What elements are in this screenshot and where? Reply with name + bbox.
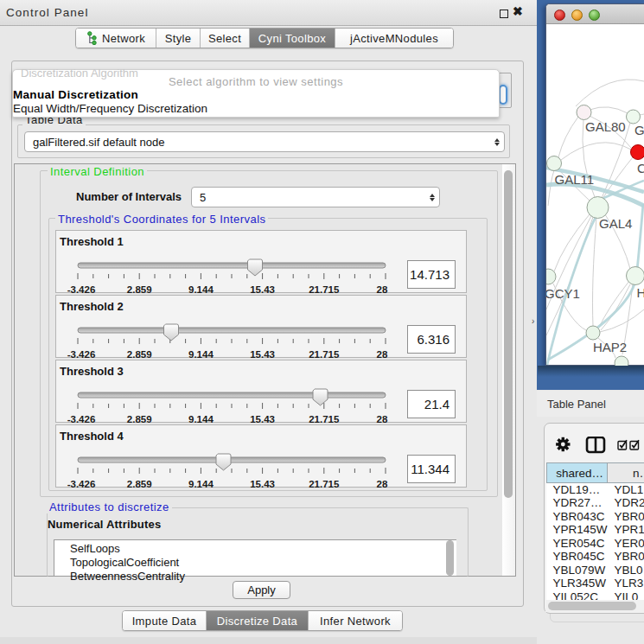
svg-text:-3.426: -3.426 [67, 349, 96, 360]
svg-text:GCY1: GCY1 [546, 286, 580, 301]
svg-text:GAL80: GAL80 [585, 119, 626, 134]
svg-text:GAL11: GAL11 [555, 172, 595, 187]
svg-text:2.859: 2.859 [127, 349, 152, 360]
svg-text:2.859: 2.859 [127, 479, 152, 489]
svg-text:15.43: 15.43 [250, 349, 275, 360]
svg-text:21.715: 21.715 [309, 479, 340, 489]
svg-text:28: 28 [377, 284, 388, 295]
svg-text:-3.426: -3.426 [67, 414, 96, 424]
svg-text:HAP2: HAP2 [593, 340, 627, 354]
svg-text:21.715: 21.715 [309, 284, 340, 295]
svg-text:28: 28 [377, 479, 388, 489]
svg-text:21.715: 21.715 [309, 414, 340, 424]
svg-text:H: H [637, 285, 644, 300]
svg-text:9.144: 9.144 [188, 284, 214, 295]
svg-text:2.859: 2.859 [127, 414, 152, 424]
svg-text:9.144: 9.144 [188, 414, 214, 424]
svg-text:15.43: 15.43 [250, 479, 275, 489]
svg-text:C: C [637, 161, 644, 175]
svg-text:2.859: 2.859 [127, 284, 152, 295]
svg-text:9.144: 9.144 [188, 479, 214, 489]
svg-text:GAL4: GAL4 [599, 216, 632, 231]
svg-text:-3.426: -3.426 [67, 479, 96, 489]
svg-text:28: 28 [377, 349, 388, 360]
svg-text:21.715: 21.715 [309, 349, 340, 360]
svg-text:15.43: 15.43 [250, 414, 275, 424]
svg-text:28: 28 [377, 414, 388, 424]
svg-text:9.144: 9.144 [188, 349, 214, 360]
svg-text:G.: G. [634, 123, 644, 137]
svg-text:-3.426: -3.426 [67, 284, 96, 295]
svg-text:15.43: 15.43 [250, 284, 275, 295]
